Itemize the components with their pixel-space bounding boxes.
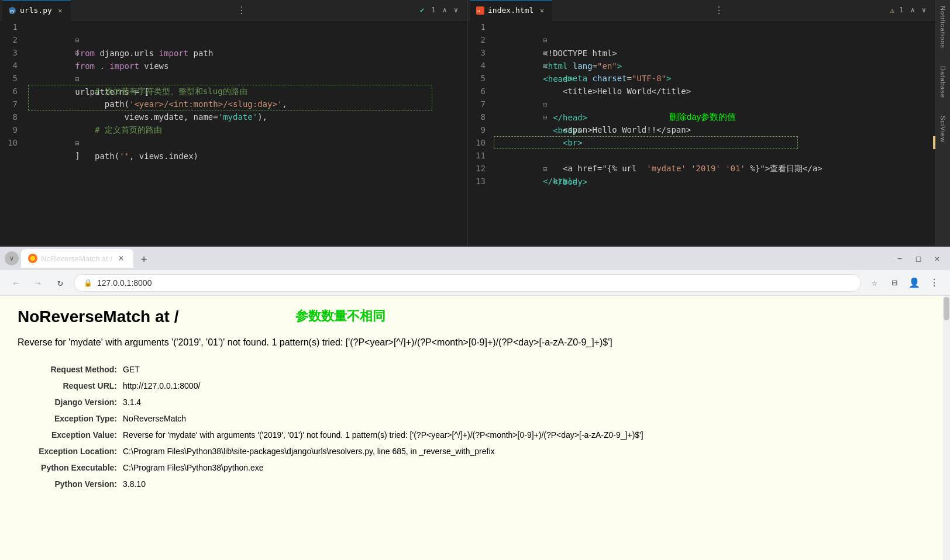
maximize-button[interactable]: □ bbox=[910, 250, 927, 267]
error-row-2: Request URL: http://127.0.0.1:8000/ bbox=[18, 378, 932, 394]
annotation-cn: 参数数量不相同 bbox=[295, 307, 385, 325]
warning-count: 1 bbox=[897, 5, 906, 15]
python-icon: py bbox=[8, 6, 16, 15]
error-row-5: Exception Value: Reverse for 'mydate' wi… bbox=[18, 427, 932, 443]
new-tab-button[interactable]: + bbox=[136, 250, 152, 267]
left-tab-bar: py urls.py ✕ ⋮ ✔ 1 ∧ ∨ bbox=[0, 0, 467, 20]
html-icon: H bbox=[476, 6, 484, 15]
label-exception-type: Exception Type: bbox=[18, 410, 123, 427]
error-description: Reverse for 'mydate' with arguments '('2… bbox=[18, 336, 932, 350]
right-code-line-8: <span>Hello World!!</span> 删除day参数的值 bbox=[494, 110, 935, 123]
lock-icon: 🔒 bbox=[84, 279, 92, 287]
bookmark-icon[interactable]: ☆ bbox=[866, 274, 883, 292]
right-tab-active[interactable]: H index.html ✕ bbox=[470, 0, 552, 20]
right-editor-pane: H index.html ✕ ⋮ ⚠ 1 ∧ ∨ 12345 678910 11… bbox=[468, 0, 935, 246]
code-line-9: ⊟ path('', views.index) bbox=[26, 123, 467, 136]
right-tab-label: index.html bbox=[488, 6, 533, 15]
error-table: Request Method: GET Request URL: http://… bbox=[18, 361, 932, 492]
right-toolbar-down[interactable]: ∨ bbox=[920, 5, 928, 15]
error-row-1: Request Method: GET bbox=[18, 361, 932, 378]
notifications-label[interactable]: Notifications bbox=[939, 6, 946, 49]
right-tab-bar: H index.html ✕ ⋮ ⚠ 1 ∧ ∨ bbox=[468, 0, 935, 20]
right-code-area: 12345 678910 111213 ⊟ <!DOCTYPE html> ⊟ … bbox=[468, 20, 935, 246]
toolbar-down[interactable]: ∨ bbox=[452, 5, 460, 15]
right-toolbar-up[interactable]: ∧ bbox=[908, 5, 917, 15]
browser-action-icons: ☆ ⊟ 👤 ⋮ bbox=[866, 274, 943, 292]
label-django-version: Django Version: bbox=[18, 394, 123, 410]
error-row-3: Django Version: 3.1.4 bbox=[18, 394, 932, 410]
value-python-version: 3.8.10 bbox=[123, 476, 146, 492]
address-bar: ← → ↻ 🔒 127.0.0.1:8000 ☆ ⊟ 👤 ⋮ bbox=[0, 270, 950, 296]
right-code-line-9: <br> bbox=[494, 123, 935, 136]
error-row-4: Exception Type: NoReverseMatch bbox=[18, 410, 932, 427]
more-options-icon[interactable]: ⋮ bbox=[925, 274, 943, 292]
right-code-line-3: ⊟ <head> bbox=[494, 46, 935, 59]
check-count: 1 bbox=[429, 5, 438, 15]
code-line-3 bbox=[26, 46, 467, 59]
split-view-icon[interactable]: ⊟ bbox=[886, 274, 903, 292]
profile-icon[interactable]: 👤 bbox=[906, 274, 923, 292]
right-code-line-4: <meta charset="UTF-8"> bbox=[494, 59, 935, 72]
label-python-executable: Python Executable: bbox=[18, 459, 123, 476]
database-label[interactable]: Database bbox=[939, 66, 946, 98]
side-panel: Notifications Database SciView bbox=[935, 0, 950, 246]
code-line-10: ] bbox=[26, 136, 467, 149]
sciview-label[interactable]: SciView bbox=[939, 116, 946, 143]
right-code-line-1: ⊟ <!DOCTYPE html> bbox=[494, 20, 935, 33]
error-row-6: Exception Location: C:\Program Files\Pyt… bbox=[18, 443, 932, 459]
browser-tab-close[interactable]: ✕ bbox=[116, 253, 126, 264]
right-code-line-12: </html> bbox=[494, 162, 935, 175]
warning-icon: ⚠ bbox=[890, 6, 894, 15]
error-header: NoReverseMatch at / 参数数量不相同 bbox=[18, 307, 932, 336]
browser-tab-title: NoReverseMatch at / bbox=[41, 254, 112, 263]
forward-button[interactable]: → bbox=[29, 274, 47, 292]
scrollbar-thumb[interactable] bbox=[944, 297, 949, 320]
code-line-7: views.mydate, name='mydate'), bbox=[26, 98, 467, 110]
left-line-numbers: 12345 678910 bbox=[0, 20, 23, 246]
svg-text:py: py bbox=[10, 9, 15, 13]
left-tab-close[interactable]: ✕ bbox=[56, 6, 65, 15]
code-line-5: # 添加带有字符类型、整型和slug的路由 bbox=[26, 72, 467, 85]
code-line-6: path('<year>/<int:month>/<slug:day>', bbox=[26, 85, 467, 98]
value-request-url: http://127.0.0.1:8000/ bbox=[123, 378, 200, 394]
error-row-7: Python Executable: C:\Program Files\Pyth… bbox=[18, 459, 932, 476]
browser-tab-bar: ∨ NoReverseMatch at / ✕ + − □ ✕ bbox=[0, 247, 950, 270]
warning-indicator bbox=[933, 136, 935, 149]
address-field[interactable]: 🔒 127.0.0.1:8000 bbox=[74, 274, 861, 292]
left-toolbar: ✔ 1 ∧ ∨ bbox=[413, 5, 465, 15]
browser-tab[interactable]: NoReverseMatch at / ✕ bbox=[21, 249, 133, 268]
right-code-line-10: <a href="{% url 'mydate' '2019' '01' %}"… bbox=[494, 136, 935, 149]
browser-expand-button[interactable]: ∨ bbox=[5, 251, 19, 265]
right-tab-close[interactable]: ✕ bbox=[537, 6, 546, 15]
window-controls: − □ ✕ bbox=[892, 250, 945, 267]
label-exception-location: Exception Location: bbox=[18, 443, 123, 459]
label-python-version: Python Version: bbox=[18, 476, 123, 492]
right-line-numbers: 12345 678910 111213 bbox=[468, 20, 491, 246]
error-row-8: Python Version: 3.8.10 bbox=[18, 476, 932, 492]
toolbar-up[interactable]: ∧ bbox=[440, 5, 449, 15]
label-exception-value: Exception Value: bbox=[18, 427, 123, 443]
close-button[interactable]: ✕ bbox=[929, 250, 945, 267]
editor-area: py urls.py ✕ ⋮ ✔ 1 ∧ ∨ 12345 678910 ⊟ bbox=[0, 0, 950, 246]
value-exception-location: C:\Program Files\Python38\lib\site-packa… bbox=[123, 443, 495, 459]
check-icon: ✔ bbox=[418, 5, 426, 15]
code-line-8: # 定义首页的路由 bbox=[26, 110, 467, 123]
address-text: 127.0.0.1:8000 bbox=[97, 278, 851, 288]
svg-text:H: H bbox=[477, 9, 480, 13]
left-tab-active[interactable]: py urls.py ✕ bbox=[2, 0, 71, 20]
value-request-method: GET bbox=[123, 361, 140, 378]
right-code-line-11: ⊟ </body> bbox=[494, 149, 935, 162]
refresh-button[interactable]: ↻ bbox=[51, 274, 69, 292]
right-toolbar: ⚠ 1 ∧ ∨ bbox=[885, 5, 933, 15]
right-tab-more[interactable]: ⋮ bbox=[710, 5, 728, 16]
right-code-lines[interactable]: ⊟ <!DOCTYPE html> ⊟ <html lang="en"> ⊟ <… bbox=[491, 20, 935, 246]
left-tab-more[interactable]: ⋮ bbox=[232, 5, 251, 16]
right-code-line-7: ⊟ <body> bbox=[494, 98, 935, 110]
scrollbar-track[interactable] bbox=[943, 296, 950, 560]
right-code-line-6: ⊟ </head> bbox=[494, 85, 935, 98]
right-code-line-13 bbox=[494, 175, 935, 188]
back-button[interactable]: ← bbox=[7, 274, 25, 292]
label-request-method: Request Method: bbox=[18, 361, 123, 378]
minimize-button[interactable]: − bbox=[892, 250, 908, 267]
left-code-lines[interactable]: ⊟ from django.urls import path ⊟ from . … bbox=[23, 20, 467, 246]
